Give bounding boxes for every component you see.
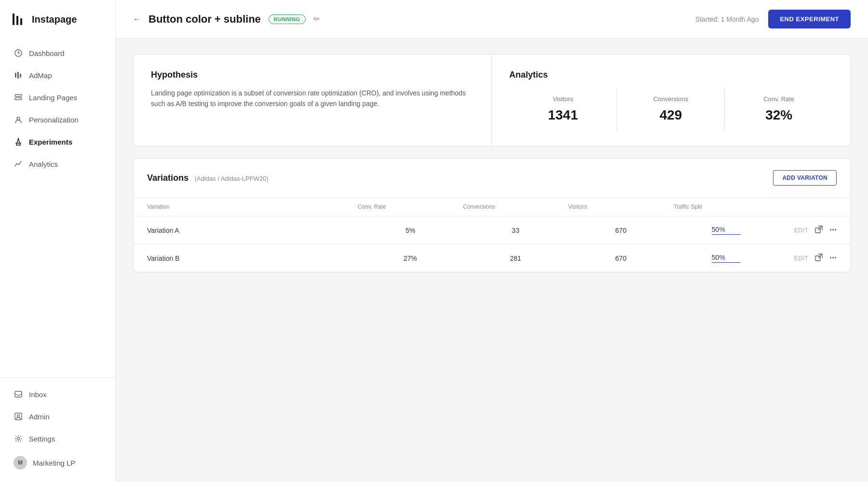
col-conversions: Conversions <box>463 203 568 210</box>
svg-rect-4 <box>15 73 16 78</box>
variation-b-traffic: 50 % <box>674 254 779 263</box>
svg-point-9 <box>17 117 20 120</box>
variation-b-more-icon[interactable]: ··· <box>829 253 837 263</box>
analytics-title: Analytics <box>509 70 833 80</box>
stat-conversions: Conversions 429 <box>617 88 725 131</box>
user-avatar: M <box>14 456 27 469</box>
sidebar-item-inbox[interactable]: Inbox <box>6 384 109 405</box>
col-actions <box>779 203 837 210</box>
variations-title: Variations <box>147 173 189 183</box>
page-header: ← Button color + subline RUNNING ✏ Start… <box>116 0 868 39</box>
col-visitors: Visitors <box>568 203 673 210</box>
header-right: Started: 1 Month Ago END EXPERIMENT <box>695 10 851 28</box>
personalization-label: Personalization <box>29 116 79 124</box>
settings-label: Settings <box>29 435 55 443</box>
svg-rect-5 <box>17 72 19 79</box>
analytics-icon <box>14 159 23 169</box>
back-button[interactable]: ← <box>133 15 141 24</box>
page-title: Button color + subline <box>149 13 261 26</box>
analytics-card: Analytics Visitors 1341 Conversions 429 … <box>492 54 850 146</box>
col-conv-rate: Conv. Rate <box>358 203 463 210</box>
analytics-stats: Visitors 1341 Conversions 429 Conv. Rate… <box>509 88 833 131</box>
svg-rect-2 <box>20 18 22 25</box>
variations-header-left: Variations (Adidas / Adidas-LPFW20) <box>147 173 269 183</box>
variations-section: Variations (Adidas / Adidas-LPFW20) ADD … <box>133 158 851 272</box>
col-traffic-split: Traffic Split <box>674 203 779 210</box>
stat-conversions-label: Conversions <box>623 95 719 103</box>
variation-b-actions: EDIT ··· <box>779 253 837 263</box>
variation-a-conv-rate: 5% <box>358 227 463 234</box>
variation-a-more-icon[interactable]: ··· <box>829 225 837 235</box>
svg-point-12 <box>17 415 20 417</box>
variations-header: Variations (Adidas / Adidas-LPFW20) ADD … <box>134 159 850 198</box>
stat-conversions-value: 429 <box>623 107 719 123</box>
variation-b-edit[interactable]: EDIT <box>794 255 808 262</box>
variation-a-traffic-input[interactable]: 50 % <box>712 226 741 235</box>
stat-conv-rate: Conv. Rate 32% <box>725 88 833 131</box>
admin-icon <box>14 412 23 421</box>
admap-label: AdMap <box>29 71 52 80</box>
variation-b-external-icon[interactable] <box>815 254 823 263</box>
top-cards-row: Hypothesis Landing page optimization is … <box>133 54 851 147</box>
svg-rect-8 <box>15 98 22 100</box>
variations-subtitle: (Adidas / Adidas-LPFW20) <box>195 175 269 182</box>
table-header: Variation Conv. Rate Conversions Visitor… <box>134 198 850 216</box>
variation-a-conversions: 33 <box>463 227 568 234</box>
stat-conv-rate-label: Conv. Rate <box>731 95 827 103</box>
hypothesis-card: Hypothesis Landing page optimization is … <box>134 54 492 146</box>
admap-icon <box>14 70 23 80</box>
variation-b-conversions: 281 <box>463 254 568 262</box>
sidebar-item-analytics[interactable]: Analytics <box>6 153 109 174</box>
header-left: ← Button color + subline RUNNING ✏ <box>133 13 320 26</box>
sidebar-item-dashboard[interactable]: Dashboard <box>6 42 109 64</box>
variation-a-actions: EDIT ··· <box>779 225 837 235</box>
end-experiment-button[interactable]: END EXPERIMENT <box>768 10 851 28</box>
experiments-icon <box>14 137 23 147</box>
sidebar-item-user[interactable]: M Marketing LP <box>6 450 109 475</box>
started-text: Started: 1 Month Ago <box>695 15 759 23</box>
stat-visitors-value: 1341 <box>515 107 611 123</box>
sidebar-bottom: Inbox Admin Settings <box>0 377 115 482</box>
variation-b-conv-rate: 27% <box>358 254 463 262</box>
landing-pages-label: Landing Pages <box>29 94 77 102</box>
sidebar-navigation: Dashboard AdMap Landing Pages <box>0 42 115 377</box>
sidebar-item-personalization[interactable]: Personalization <box>6 109 109 130</box>
variation-a-visitors: 670 <box>568 227 673 234</box>
main-content: ← Button color + subline RUNNING ✏ Start… <box>116 0 868 482</box>
variation-a-traffic: 50 % <box>674 226 779 235</box>
dashboard-label: Dashboard <box>29 49 64 57</box>
brand-name: Instapage <box>32 14 77 25</box>
admin-label: Admin <box>29 413 50 421</box>
sidebar: Instapage Dashboard AdMap <box>0 0 116 482</box>
svg-rect-7 <box>15 94 22 96</box>
dashboard-icon <box>14 48 23 58</box>
variation-a-external-icon[interactable] <box>815 226 823 235</box>
stat-visitors: Visitors 1341 <box>509 88 617 131</box>
sidebar-item-admap[interactable]: AdMap <box>6 65 109 86</box>
hypothesis-text: Landing page optimization is a subset of… <box>151 88 474 109</box>
stat-conv-rate-value: 32% <box>731 107 827 123</box>
sidebar-item-admin[interactable]: Admin <box>6 406 109 427</box>
experiments-label: Experiments <box>29 138 72 146</box>
col-variation: Variation <box>147 203 358 210</box>
analytics-label: Analytics <box>29 160 58 168</box>
edit-icon[interactable]: ✏ <box>313 14 320 24</box>
table-row: Variation B 27% 281 670 50 % EDIT <box>134 244 850 272</box>
variation-b-traffic-input[interactable]: 50 % <box>712 254 741 263</box>
sidebar-item-settings[interactable]: Settings <box>6 428 109 449</box>
variation-b-name: Variation B <box>147 254 358 262</box>
svg-rect-1 <box>16 16 18 25</box>
stat-visitors-label: Visitors <box>515 95 611 103</box>
svg-rect-0 <box>13 13 14 25</box>
instapage-logo-icon <box>12 12 27 27</box>
personalization-icon <box>14 115 23 124</box>
status-badge: RUNNING <box>269 14 306 24</box>
variation-a-edit[interactable]: EDIT <box>794 227 808 234</box>
sidebar-item-landing-pages[interactable]: Landing Pages <box>6 87 109 108</box>
settings-icon <box>14 434 23 443</box>
sidebar-item-experiments[interactable]: Experiments <box>6 131 109 152</box>
variation-b-visitors: 670 <box>568 254 673 262</box>
add-variation-button[interactable]: ADD VARIATON <box>773 170 837 186</box>
page-content: Hypothesis Landing page optimization is … <box>116 39 868 482</box>
table-row: Variation A 5% 33 670 50 % EDIT <box>134 216 850 244</box>
